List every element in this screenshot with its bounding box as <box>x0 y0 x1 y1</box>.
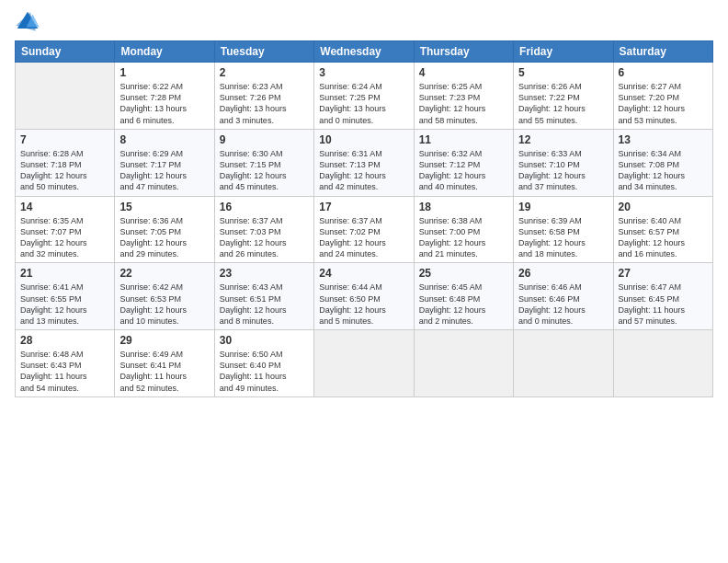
day-info: Sunrise: 6:23 AM Sunset: 7:26 PM Dayligh… <box>220 81 309 126</box>
calendar-cell: 30Sunrise: 6:50 AM Sunset: 6:40 PM Dayli… <box>214 330 313 397</box>
calendar-cell: 12Sunrise: 6:33 AM Sunset: 7:10 PM Dayli… <box>514 129 613 196</box>
calendar-cell: 7Sunrise: 6:28 AM Sunset: 7:18 PM Daylig… <box>16 129 115 196</box>
calendar-cell <box>314 330 414 397</box>
calendar-cell: 22Sunrise: 6:42 AM Sunset: 6:53 PM Dayli… <box>115 263 214 330</box>
day-info: Sunrise: 6:44 AM Sunset: 6:50 PM Dayligh… <box>319 282 408 327</box>
calendar-cell: 2Sunrise: 6:23 AM Sunset: 7:26 PM Daylig… <box>214 63 313 130</box>
logo-icon <box>15 9 40 35</box>
day-number: 10 <box>319 132 408 147</box>
day-number: 27 <box>619 266 708 281</box>
day-number: 24 <box>319 266 408 281</box>
day-number: 13 <box>619 132 708 147</box>
calendar-cell: 28Sunrise: 6:48 AM Sunset: 6:43 PM Dayli… <box>16 330 115 397</box>
day-number: 26 <box>518 266 608 281</box>
calendar-header-row: SundayMondayTuesdayWednesdayThursdayFrid… <box>16 41 713 63</box>
day-number: 11 <box>419 132 508 147</box>
calendar-cell <box>613 330 712 397</box>
day-number: 9 <box>220 132 309 147</box>
day-number: 19 <box>518 200 608 214</box>
day-info: Sunrise: 6:36 AM Sunset: 7:05 PM Dayligh… <box>119 215 209 260</box>
calendar-cell: 20Sunrise: 6:40 AM Sunset: 6:57 PM Dayli… <box>613 196 712 263</box>
day-of-week-header: Monday <box>115 41 214 63</box>
day-info: Sunrise: 6:33 AM Sunset: 7:10 PM Dayligh… <box>518 148 608 193</box>
day-number: 16 <box>220 200 309 214</box>
calendar-cell: 9Sunrise: 6:30 AM Sunset: 7:15 PM Daylig… <box>214 129 313 196</box>
day-number: 20 <box>619 200 708 214</box>
calendar-cell: 21Sunrise: 6:41 AM Sunset: 6:55 PM Dayli… <box>16 263 115 330</box>
calendar-cell: 15Sunrise: 6:36 AM Sunset: 7:05 PM Dayli… <box>115 196 214 263</box>
day-info: Sunrise: 6:34 AM Sunset: 7:08 PM Dayligh… <box>619 148 708 193</box>
day-number: 14 <box>20 200 109 214</box>
day-info: Sunrise: 6:47 AM Sunset: 6:45 PM Dayligh… <box>619 282 708 327</box>
day-info: Sunrise: 6:24 AM Sunset: 7:25 PM Dayligh… <box>319 81 408 126</box>
day-info: Sunrise: 6:35 AM Sunset: 7:07 PM Dayligh… <box>20 215 109 260</box>
header <box>15 9 713 35</box>
calendar-cell: 27Sunrise: 6:47 AM Sunset: 6:45 PM Dayli… <box>613 263 712 330</box>
calendar-cell: 8Sunrise: 6:29 AM Sunset: 7:17 PM Daylig… <box>115 129 214 196</box>
calendar-cell <box>514 330 613 397</box>
day-of-week-header: Saturday <box>613 41 712 63</box>
calendar-cell: 14Sunrise: 6:35 AM Sunset: 7:07 PM Dayli… <box>16 196 115 263</box>
day-of-week-header: Tuesday <box>214 41 313 63</box>
day-info: Sunrise: 6:45 AM Sunset: 6:48 PM Dayligh… <box>419 282 508 327</box>
calendar-cell: 10Sunrise: 6:31 AM Sunset: 7:13 PM Dayli… <box>314 129 414 196</box>
day-number: 21 <box>20 266 109 281</box>
calendar-cell: 1Sunrise: 6:22 AM Sunset: 7:28 PM Daylig… <box>115 63 214 130</box>
calendar-cell: 18Sunrise: 6:38 AM Sunset: 7:00 PM Dayli… <box>414 196 513 263</box>
day-number: 5 <box>518 65 608 80</box>
day-number: 6 <box>619 65 708 80</box>
calendar-week-row: 28Sunrise: 6:48 AM Sunset: 6:43 PM Dayli… <box>16 330 713 397</box>
calendar-week-row: 14Sunrise: 6:35 AM Sunset: 7:07 PM Dayli… <box>16 196 713 263</box>
day-info: Sunrise: 6:22 AM Sunset: 7:28 PM Dayligh… <box>119 81 209 126</box>
calendar-cell: 23Sunrise: 6:43 AM Sunset: 6:51 PM Dayli… <box>214 263 313 330</box>
calendar-cell <box>16 63 115 130</box>
calendar-cell: 16Sunrise: 6:37 AM Sunset: 7:03 PM Dayli… <box>214 196 313 263</box>
day-info: Sunrise: 6:40 AM Sunset: 6:57 PM Dayligh… <box>619 215 708 260</box>
day-info: Sunrise: 6:37 AM Sunset: 7:02 PM Dayligh… <box>319 215 408 260</box>
day-info: Sunrise: 6:25 AM Sunset: 7:23 PM Dayligh… <box>419 81 508 126</box>
calendar-cell: 25Sunrise: 6:45 AM Sunset: 6:48 PM Dayli… <box>414 263 513 330</box>
day-info: Sunrise: 6:46 AM Sunset: 6:46 PM Dayligh… <box>518 282 608 327</box>
day-number: 3 <box>319 65 408 80</box>
day-number: 12 <box>518 132 608 147</box>
day-number: 29 <box>119 333 209 348</box>
day-number: 17 <box>319 200 408 214</box>
calendar-week-row: 21Sunrise: 6:41 AM Sunset: 6:55 PM Dayli… <box>16 263 713 330</box>
day-info: Sunrise: 6:30 AM Sunset: 7:15 PM Dayligh… <box>220 148 309 193</box>
day-info: Sunrise: 6:38 AM Sunset: 7:00 PM Dayligh… <box>419 215 508 260</box>
day-info: Sunrise: 6:43 AM Sunset: 6:51 PM Dayligh… <box>220 282 309 327</box>
day-info: Sunrise: 6:27 AM Sunset: 7:20 PM Dayligh… <box>619 81 708 126</box>
calendar-week-row: 7Sunrise: 6:28 AM Sunset: 7:18 PM Daylig… <box>16 129 713 196</box>
day-of-week-header: Thursday <box>414 41 513 63</box>
calendar-week-row: 1Sunrise: 6:22 AM Sunset: 7:28 PM Daylig… <box>16 63 713 130</box>
day-info: Sunrise: 6:28 AM Sunset: 7:18 PM Dayligh… <box>20 148 109 193</box>
day-number: 8 <box>119 132 209 147</box>
day-info: Sunrise: 6:50 AM Sunset: 6:40 PM Dayligh… <box>220 349 309 394</box>
day-number: 28 <box>20 333 109 348</box>
day-info: Sunrise: 6:37 AM Sunset: 7:03 PM Dayligh… <box>220 215 309 260</box>
calendar-cell: 3Sunrise: 6:24 AM Sunset: 7:25 PM Daylig… <box>314 63 414 130</box>
day-info: Sunrise: 6:48 AM Sunset: 6:43 PM Dayligh… <box>20 349 109 394</box>
day-info: Sunrise: 6:29 AM Sunset: 7:17 PM Dayligh… <box>119 148 209 193</box>
calendar-cell: 29Sunrise: 6:49 AM Sunset: 6:41 PM Dayli… <box>115 330 214 397</box>
day-number: 4 <box>419 65 508 80</box>
calendar-cell <box>414 330 513 397</box>
day-of-week-header: Friday <box>514 41 613 63</box>
calendar-cell: 24Sunrise: 6:44 AM Sunset: 6:50 PM Dayli… <box>314 263 414 330</box>
day-number: 22 <box>119 266 209 281</box>
day-info: Sunrise: 6:39 AM Sunset: 6:58 PM Dayligh… <box>518 215 608 260</box>
calendar-cell: 11Sunrise: 6:32 AM Sunset: 7:12 PM Dayli… <box>414 129 513 196</box>
calendar: SundayMondayTuesdayWednesdayThursdayFrid… <box>15 40 713 397</box>
day-number: 15 <box>119 200 209 214</box>
day-number: 30 <box>220 333 309 348</box>
day-info: Sunrise: 6:41 AM Sunset: 6:55 PM Dayligh… <box>20 282 109 327</box>
calendar-cell: 6Sunrise: 6:27 AM Sunset: 7:20 PM Daylig… <box>613 63 712 130</box>
day-number: 23 <box>220 266 309 281</box>
day-of-week-header: Sunday <box>16 41 115 63</box>
calendar-cell: 17Sunrise: 6:37 AM Sunset: 7:02 PM Dayli… <box>314 196 414 263</box>
day-info: Sunrise: 6:49 AM Sunset: 6:41 PM Dayligh… <box>119 349 209 394</box>
day-number: 18 <box>419 200 508 214</box>
day-info: Sunrise: 6:26 AM Sunset: 7:22 PM Dayligh… <box>518 81 608 126</box>
calendar-cell: 26Sunrise: 6:46 AM Sunset: 6:46 PM Dayli… <box>514 263 613 330</box>
day-of-week-header: Wednesday <box>314 41 414 63</box>
